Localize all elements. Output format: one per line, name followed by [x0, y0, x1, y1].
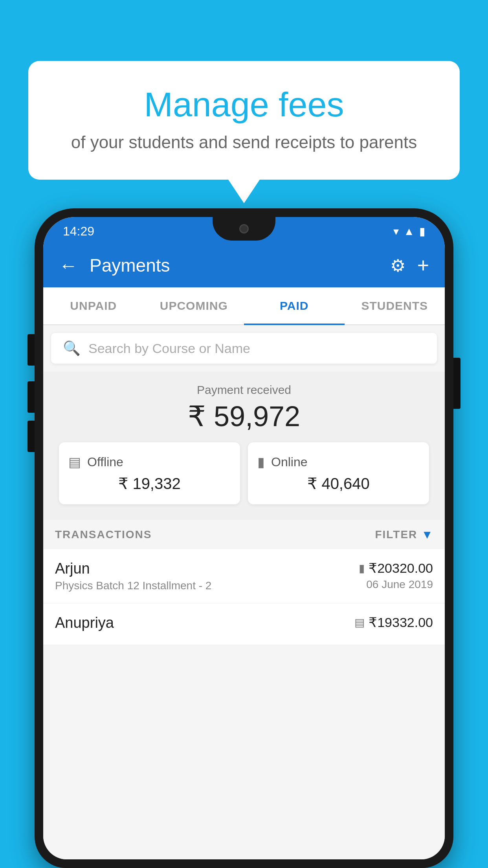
- app-bar: ← Payments ⚙ +: [43, 243, 445, 287]
- gear-icon[interactable]: ⚙: [390, 256, 405, 276]
- transaction-amount: ▮ ₹20320.00: [359, 560, 433, 576]
- card-payment-icon: ▮: [359, 562, 365, 575]
- tab-upcoming[interactable]: UPCOMING: [144, 287, 244, 324]
- tab-unpaid[interactable]: UNPAID: [43, 287, 144, 324]
- transaction-name: Arjun: [55, 560, 211, 577]
- back-button[interactable]: ←: [59, 255, 78, 276]
- content-area: 🔍 Search by Course or Name Payment recei…: [43, 325, 445, 859]
- status-time: 14:29: [63, 224, 94, 239]
- speech-bubble: Manage fees of your students and send re…: [28, 61, 460, 180]
- transactions-header: TRANSACTIONS FILTER ▼: [43, 520, 445, 549]
- transactions-label: TRANSACTIONS: [55, 528, 152, 541]
- online-card-header: ▮ Online: [257, 454, 420, 470]
- online-amount: ₹ 40,640: [257, 474, 420, 493]
- card-icon: ▮: [257, 454, 265, 470]
- notch: [213, 217, 275, 241]
- offline-icon: ▤: [68, 454, 81, 470]
- tab-students[interactable]: STUDENTS: [345, 287, 445, 324]
- add-button[interactable]: +: [417, 254, 429, 277]
- payment-cards: ▤ Offline ₹ 19,332 ▮ Online ₹ 40,640: [51, 442, 437, 512]
- search-input[interactable]: Search by Course or Name: [88, 341, 250, 356]
- payment-received-section: Payment received ₹ 59,972 ▤ Offline ₹ 19…: [43, 371, 445, 520]
- battery-icon: ▮: [419, 225, 425, 238]
- status-icons: ▾ ▲ ▮: [393, 225, 425, 238]
- offline-label: Offline: [87, 455, 123, 469]
- table-row[interactable]: Arjun Physics Batch 12 Installment - 2 ▮…: [43, 549, 445, 603]
- tabs-bar: UNPAID UPCOMING PAID STUDENTS: [43, 287, 445, 325]
- filter-button[interactable]: FILTER ▼: [375, 528, 433, 541]
- search-icon: 🔍: [63, 340, 81, 357]
- signal-icon: ▲: [404, 225, 415, 238]
- search-bar[interactable]: 🔍 Search by Course or Name: [51, 333, 437, 364]
- transaction-right: ▮ ₹20320.00 06 June 2019: [359, 560, 433, 591]
- notch-camera: [239, 224, 249, 234]
- wifi-icon: ▾: [393, 225, 399, 238]
- phone-container: 14:29 ▾ ▲ ▮ ← Payments ⚙ + UNPAID: [35, 208, 453, 868]
- transaction-left: Arjun Physics Batch 12 Installment - 2: [55, 560, 211, 592]
- transaction-date: 06 June 2019: [359, 578, 433, 591]
- filter-label: FILTER: [375, 528, 417, 541]
- online-label: Online: [271, 455, 308, 469]
- speech-bubble-container: Manage fees of your students and send re…: [28, 61, 460, 203]
- manage-fees-subtitle: of your students and send receipts to pa…: [60, 132, 428, 152]
- filter-icon: ▼: [421, 528, 433, 541]
- payment-received-amount: ₹ 59,972: [51, 400, 437, 433]
- speech-bubble-arrow: [228, 180, 260, 203]
- transaction-amount-value: ₹20320.00: [369, 560, 433, 576]
- status-bar: 14:29 ▾ ▲ ▮: [43, 217, 445, 243]
- online-card: ▮ Online ₹ 40,640: [248, 442, 429, 504]
- offline-amount: ₹ 19,332: [68, 474, 231, 493]
- manage-fees-title: Manage fees: [60, 85, 428, 125]
- tab-paid[interactable]: PAID: [244, 287, 345, 324]
- transaction-right: ▤ ₹19332.00: [354, 614, 433, 633]
- offline-payment-icon: ▤: [354, 616, 365, 629]
- phone-outer: 14:29 ▾ ▲ ▮ ← Payments ⚙ + UNPAID: [35, 208, 453, 868]
- transaction-amount: ▤ ₹19332.00: [354, 614, 433, 630]
- transaction-left: Anupriya: [55, 614, 114, 634]
- page-title: Payments: [90, 255, 378, 276]
- phone-screen: 14:29 ▾ ▲ ▮ ← Payments ⚙ + UNPAID: [43, 217, 445, 859]
- transaction-description: Physics Batch 12 Installment - 2: [55, 579, 211, 592]
- transaction-amount-value: ₹19332.00: [369, 614, 433, 630]
- table-row[interactable]: Anupriya ▤ ₹19332.00: [43, 603, 445, 645]
- payment-received-label: Payment received: [51, 383, 437, 397]
- transaction-name: Anupriya: [55, 614, 114, 631]
- offline-card: ▤ Offline ₹ 19,332: [59, 442, 240, 504]
- offline-card-header: ▤ Offline: [68, 454, 231, 470]
